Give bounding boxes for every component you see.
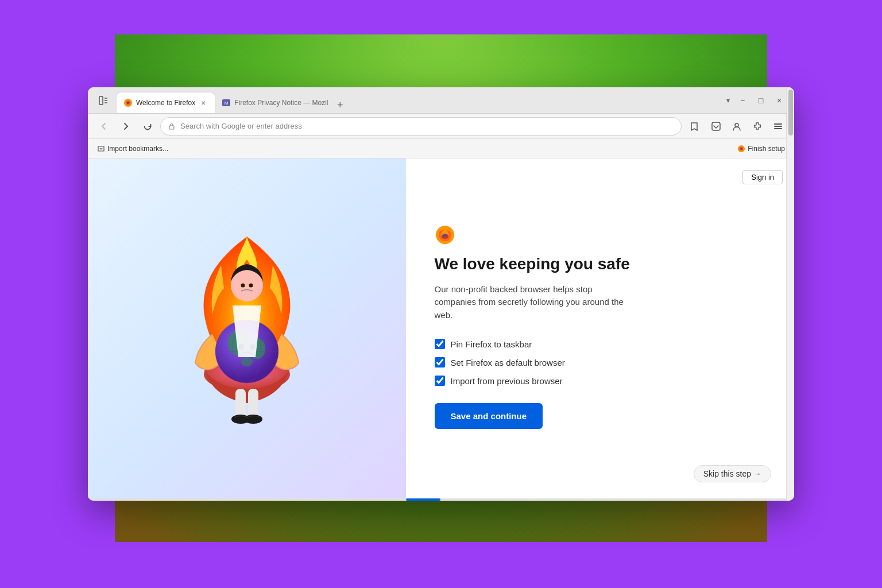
tab-privacy-label: Firefox Privacy Notice — Mozil <box>234 99 328 107</box>
page-content: We love keeping you safe Our non-profit … <box>88 158 794 498</box>
window-controls: − □ × <box>734 92 787 109</box>
tab-bar: Welcome to Firefox ✕ M Firefox Privacy N… <box>117 87 722 113</box>
skip-label: Skip this step <box>703 469 751 478</box>
tab-list-dropdown[interactable]: ▾ <box>726 96 730 105</box>
page-scrollbar[interactable] <box>786 158 794 498</box>
tab-privacy-favicon: M <box>222 98 231 107</box>
account-button[interactable] <box>728 117 746 136</box>
navigation-toolbar: Search with Google or enter address <box>88 114 794 139</box>
svg-rect-12 <box>774 123 782 125</box>
pin-taskbar-label: Pin Firefox to taskbar <box>451 339 532 349</box>
tab-welcome-favicon <box>123 98 133 107</box>
svg-point-6 <box>127 102 130 105</box>
import-bookmarks-link[interactable]: Import bookmarks... <box>97 145 168 153</box>
import-icon <box>97 145 105 153</box>
default-browser-option[interactable]: Set Firefox as default browser <box>435 357 766 368</box>
browser-window: Welcome to Firefox ✕ M Firefox Privacy N… <box>88 87 794 501</box>
tab-welcome-close[interactable]: ✕ <box>199 98 208 107</box>
back-button[interactable] <box>95 117 113 136</box>
tab-welcome[interactable]: Welcome to Firefox ✕ <box>117 92 215 113</box>
pocket-button[interactable] <box>707 117 725 136</box>
svg-rect-0 <box>99 96 103 105</box>
save-continue-button[interactable]: Save and continue <box>435 403 543 429</box>
svg-rect-31 <box>235 389 246 417</box>
pin-taskbar-option[interactable]: Pin Firefox to taskbar <box>435 339 766 349</box>
svg-rect-10 <box>712 122 720 130</box>
import-browser-checkbox[interactable] <box>435 376 445 386</box>
svg-text:M: M <box>225 100 229 106</box>
import-bookmarks-label: Import bookmarks... <box>107 145 168 153</box>
firefox-mascot-illustration <box>167 219 327 438</box>
extensions-button[interactable] <box>748 117 767 136</box>
close-button[interactable]: × <box>771 92 787 109</box>
svg-point-11 <box>735 123 738 127</box>
address-bar[interactable]: Search with Google or enter address <box>160 117 682 136</box>
sidebar-toggle-button[interactable] <box>95 92 112 109</box>
default-browser-checkbox[interactable] <box>435 357 445 368</box>
default-browser-label: Set Firefox as default browser <box>451 358 565 368</box>
pocket-icon <box>711 121 721 131</box>
svg-point-22 <box>241 357 253 366</box>
svg-point-17 <box>740 148 742 150</box>
finish-setup-button[interactable]: Finish setup <box>737 145 785 153</box>
svg-point-29 <box>241 284 245 288</box>
content-panel: We love keeping you safe Our non-profit … <box>406 158 795 498</box>
pin-taskbar-checkbox[interactable] <box>435 339 445 349</box>
extensions-icon <box>752 121 763 131</box>
svg-rect-13 <box>774 126 782 127</box>
tab-privacy[interactable]: M Firefox Privacy Notice — Mozil ✕ <box>215 92 330 113</box>
import-browser-label: Import from previous browser <box>451 376 563 386</box>
hamburger-icon <box>773 121 783 131</box>
bookmarks-bar: Import bookmarks... Finish setup <box>88 139 794 158</box>
finish-setup-label: Finish setup <box>748 145 785 153</box>
forward-button[interactable] <box>117 117 135 136</box>
illustration-panel <box>88 158 406 498</box>
svg-point-30 <box>249 284 253 288</box>
setup-options: Pin Firefox to taskbar Set Firefox as de… <box>435 339 766 386</box>
progress-indicator <box>406 498 440 501</box>
reload-button[interactable] <box>138 117 157 136</box>
add-tab-button[interactable]: + <box>332 97 348 113</box>
maximize-button[interactable]: □ <box>753 92 769 109</box>
page-title: We love keeping you safe <box>435 254 766 274</box>
svg-rect-9 <box>169 126 174 129</box>
address-text: Search with Google or enter address <box>180 122 302 130</box>
tab-welcome-label: Welcome to Firefox <box>136 99 195 107</box>
minimize-button[interactable]: − <box>734 92 751 109</box>
firefox-small-icon <box>737 145 745 153</box>
sign-in-label: Sign in <box>751 173 774 181</box>
page-description: Our non-profit backed browser helps stop… <box>435 283 630 322</box>
svg-rect-32 <box>248 389 258 417</box>
firefox-logo <box>435 225 455 245</box>
svg-rect-14 <box>774 128 782 129</box>
skip-arrow-icon: → <box>753 469 761 478</box>
bookmark-button[interactable] <box>685 117 703 136</box>
import-browser-option[interactable]: Import from previous browser <box>435 376 766 386</box>
title-bar: Welcome to Firefox ✕ M Firefox Privacy N… <box>88 87 794 114</box>
skip-step-button[interactable]: Skip this step → <box>694 465 771 482</box>
account-icon <box>732 121 742 131</box>
menu-button[interactable] <box>769 117 787 136</box>
sign-in-button[interactable]: Sign in <box>742 170 783 184</box>
lock-icon <box>168 122 176 130</box>
toolbar-icons <box>707 117 787 136</box>
